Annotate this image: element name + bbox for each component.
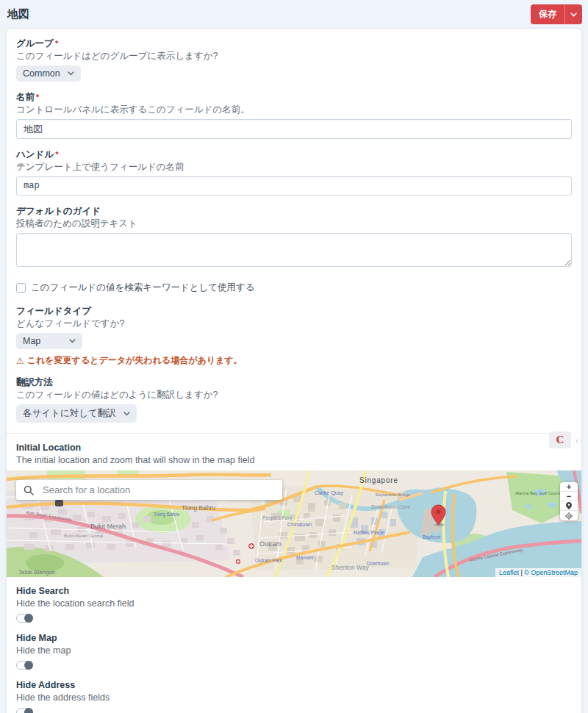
hide-map-toggle[interactable] [16, 661, 33, 670]
map-label-downtown: Downtown [367, 561, 390, 566]
chevron-down-icon [69, 339, 76, 343]
warning-icon: ⚠ [16, 356, 24, 365]
zoom-out-button[interactable]: − [560, 492, 578, 501]
required-mark: * [55, 150, 58, 159]
map-label-shenton-way: Shenton Way [331, 564, 369, 571]
openstreetmap-link[interactable]: © OpenStreetMap [524, 569, 578, 576]
field-initial-location: Initial Location The initial location an… [7, 433, 581, 466]
field-handle: ハンドル* テンプレート上で使うフィールドの名前 [7, 149, 581, 196]
name-label: 名前 [16, 92, 35, 102]
field-name: 名前* コントロールパネルに表示するこのフィールドの名前。 [7, 92, 581, 139]
branding-collapse-button[interactable]: ‹ [573, 431, 581, 448]
group-instructions: このフィールドはどのグループに表示しますか? [16, 51, 572, 62]
handle-instructions: テンプレート上で使うフィールドの名前 [16, 162, 572, 173]
translation-label: 翻訳方法 [16, 377, 572, 388]
default-guide-textarea[interactable] [16, 233, 572, 267]
map-label-outram: Outram [259, 540, 282, 548]
map-label-maxwell: Maxwell [296, 555, 314, 560]
search-icon [24, 485, 34, 495]
parking-icon [55, 500, 63, 506]
translation-select[interactable]: 各サイトに対して翻訳 [16, 404, 137, 423]
field-type-warning: これを変更するとデータが失われる場合があります。 [27, 354, 243, 367]
map-label-bayfront: Bayfront [423, 534, 440, 540]
field-type-select-value: Map [23, 336, 40, 346]
hide-map-instructions: Hide the map [16, 645, 572, 656]
page-header: 地図 保存 [0, 0, 588, 28]
hide-search-label: Hide Search [16, 586, 572, 597]
map-label-clarke-quay: Clarke Quay [315, 490, 343, 496]
hide-address-label: Hide Address [16, 680, 572, 691]
group-label: グループ [16, 38, 54, 49]
hide-search-toggle[interactable] [16, 614, 33, 623]
map-label-tiong-bahru-station: Tiong Bahru [154, 512, 180, 517]
map-label-esplanade-bridge: Esplanade Bridge [376, 492, 411, 497]
chevron-down-icon [68, 71, 74, 76]
map-canvas[interactable]: Singapore Clarke Quay Esplanade Bridge D… [7, 470, 581, 577]
page-title: 地図 [7, 7, 29, 21]
hide-search-instructions: Hide the location search field [16, 598, 572, 609]
field-settings-pane: グループ* このフィールドはどのグループに表示しますか? Common 名前* … [6, 28, 582, 713]
name-input[interactable] [16, 119, 572, 139]
map-search-box[interactable] [16, 480, 282, 500]
plugin-branding: C ‹ [549, 431, 581, 448]
map-label-telok-blangah: Telok Blangah [18, 569, 55, 576]
initial-location-instructions: The initial location and zoom that will … [16, 455, 572, 466]
hospital-marker [248, 543, 255, 550]
save-button[interactable]: 保存 [531, 4, 564, 24]
handle-input[interactable] [16, 176, 572, 196]
map-label-bukit-merah-central: Bukit Merah Central [64, 534, 103, 538]
search-keywords-checkbox[interactable] [16, 283, 26, 293]
default-guide-label: デフォルトのガイド [16, 206, 572, 217]
translation-select-value: 各サイトに対して翻訳 [23, 407, 116, 420]
attribution-separator: | [520, 569, 522, 576]
translation-instructions: このフィールドの値はどのように翻訳しますか? [16, 390, 572, 401]
chevron-down-icon [123, 412, 130, 416]
group-select[interactable]: Common [16, 65, 81, 82]
default-guide-instructions: 投稿者のための説明テキスト [16, 218, 572, 229]
field-group: グループ* このフィールドはどのグループに表示しますか? Common [7, 38, 581, 82]
hospital-marker [235, 559, 241, 565]
field-search-keywords: このフィールドの値を検索キーワードとして使用する [7, 280, 581, 295]
toggle-knob [24, 661, 33, 670]
locate-target-button[interactable] [560, 511, 578, 520]
map-label-outram-park: Outram Park [255, 558, 283, 563]
save-button-group: 保存 [531, 4, 582, 24]
map-label-chinatown: Chinatown [287, 522, 312, 527]
field-default-guide: デフォルトのガイド 投稿者のための説明テキスト [7, 206, 581, 270]
save-menu-button[interactable] [564, 4, 582, 24]
field-type: フィールドタイプ どんなフィールドですか? Map ⚠ これを変更するとデータが… [7, 306, 581, 367]
map-label-downtown-core: Downtown Core [371, 504, 410, 510]
map-search-input[interactable] [41, 484, 275, 496]
map-zoom-controls: + − [560, 482, 578, 520]
drop-pin-button[interactable] [560, 501, 578, 511]
handle-label: ハンドル [16, 149, 54, 160]
hide-address-instructions: Hide the address fields [16, 692, 572, 703]
map-attribution: Leaflet | © OpenStreetMap [495, 568, 581, 577]
hide-address-toggle[interactable] [16, 708, 33, 713]
map-label-singapore: Singapore [359, 476, 398, 484]
ether-logo-button[interactable]: C [549, 431, 571, 448]
map-label-raffles-place: Raffles Place [354, 530, 384, 535]
field-type-instructions: どんなフィールドですか? [16, 318, 572, 329]
field-type-select[interactable]: Map [16, 333, 82, 349]
field-translation: 翻訳方法 このフィールドの値はどのように翻訳しますか? 各サイトに対して翻訳 [7, 377, 581, 423]
zoom-in-button[interactable]: + [560, 482, 578, 492]
hide-map-label: Hide Map [16, 633, 572, 644]
field-hide-address: Hide Address Hide the address fields [7, 680, 581, 713]
map-label-golf-course: Marina Bay Golf Course [515, 491, 563, 495]
required-mark: * [36, 93, 39, 101]
map-label-tiong-bahru: Tiong Bahru [182, 504, 215, 512]
map-label-bukit-merah: Bukit Merah [90, 523, 126, 530]
initial-location-label: Initial Location [16, 443, 572, 454]
field-type-label: フィールドタイプ [16, 306, 572, 317]
toggle-knob [24, 708, 33, 713]
name-instructions: コントロールパネルに表示するこのフィールドの名前。 [16, 104, 572, 115]
field-hide-map: Hide Map Hide the map [7, 633, 581, 670]
chevron-down-icon [570, 12, 577, 17]
required-mark: * [55, 39, 58, 48]
group-select-value: Common [23, 68, 60, 79]
map-label-peoples-park: People's Park [262, 515, 293, 521]
leaflet-link[interactable]: Leaflet [499, 569, 519, 576]
field-hide-search: Hide Search Hide the location search fie… [7, 586, 581, 623]
search-keywords-label: このフィールドの値を検索キーワードとして使用する [31, 282, 255, 294]
